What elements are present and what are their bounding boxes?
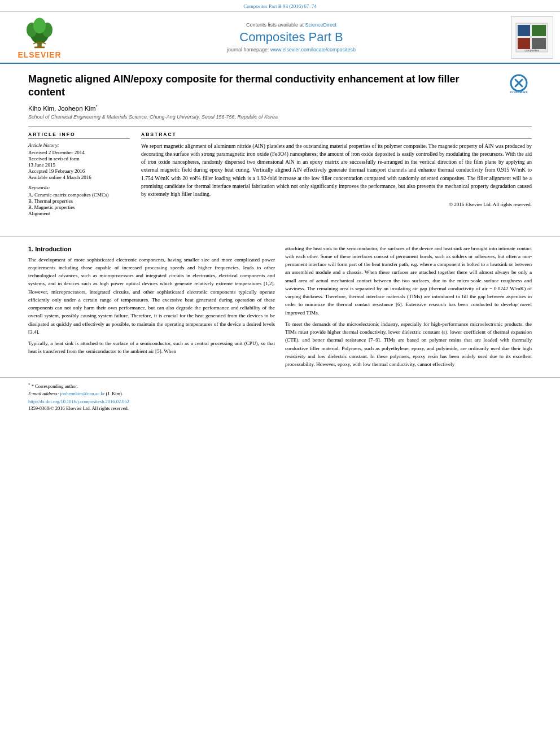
keyword-3: B. Magnetic properties: [28, 204, 130, 210]
elsevier-tree-icon: [17, 15, 62, 49]
article-footer: * * Corresponding author. E-mail address…: [0, 377, 560, 414]
footer-email-label: E-mail address:: [28, 391, 59, 396]
history-revised-date: 13 June 2015: [28, 162, 130, 168]
article-content: Magnetic aligned AlN/epoxy composite for…: [0, 64, 560, 228]
content-divider: [0, 236, 560, 237]
crossmark-badge-icon[interactable]: CrossMark: [506, 73, 532, 98]
body-left-column: 1. Introduction The development of more …: [28, 244, 275, 372]
composites-journal-logo: composites: [511, 16, 553, 59]
history-online: Available online 4 March 2016: [28, 174, 130, 180]
authors-line: Kiho Kim, Jooheon Kim*: [28, 104, 532, 112]
journal-logo-right: composites: [509, 15, 554, 59]
body-columns: 1. Introduction The development of more …: [0, 244, 560, 372]
intro-paragraph-1: The development of more sophisticated el…: [28, 256, 275, 337]
intro-paragraph-3: attaching the heat sink to the semicondu…: [285, 244, 532, 317]
svg-text:composites: composites: [524, 49, 539, 52]
elsevier-brand-text: ELSEVIER: [18, 50, 61, 59]
homepage-link[interactable]: www.elsevier.com/locate/compositesb: [270, 47, 356, 53]
journal-homepage-line: journal homepage: www.elsevier.com/locat…: [227, 47, 356, 53]
article-info-section: ARTICLE INFO Article history: Received 2…: [28, 132, 130, 217]
abstract-section: ABSTRACT We report magnetic alignment of…: [141, 132, 532, 217]
journal-header-center: Contents lists available at ScienceDirec…: [79, 15, 504, 59]
keyword-4: Alignment: [28, 211, 130, 216]
history-title: Article history:: [28, 142, 130, 148]
footer-email-line: E-mail address: jooheonkim@cau.ac.kr (J.…: [28, 391, 532, 396]
journal-top-bar: Composites Part B 93 (2016) 67–74: [0, 0, 560, 12]
keyword-1: A. Ceramic-matrix composites (CMCs): [28, 192, 130, 198]
svg-rect-6: [34, 46, 45, 48]
article-info-row: ARTICLE INFO Article history: Received 2…: [28, 126, 532, 217]
keywords-label: Keywords:: [28, 185, 130, 190]
svg-text:CrossMark: CrossMark: [510, 90, 528, 94]
svg-point-4: [33, 18, 46, 34]
copyright-text: © 2016 Elsevier Ltd. All rights reserved…: [141, 202, 532, 207]
article-info-label: ARTICLE INFO: [28, 132, 130, 139]
intro-heading: 1. Introduction: [28, 246, 275, 252]
history-received: Received 2 December 2014: [28, 150, 130, 155]
svg-rect-9: [532, 25, 546, 36]
footer-issn: 1359-8368/© 2016 Elsevier Ltd. All right…: [28, 405, 532, 411]
footer-corresponding-note: * * Corresponding author.: [28, 382, 532, 389]
journal-ref-text: Composites Part B 93 (2016) 67–74: [243, 3, 317, 9]
sciencedirect-link[interactable]: ScienceDirect: [305, 22, 337, 28]
affiliation-text: School of Chemical Engineering & Materia…: [28, 114, 532, 120]
history-revised-label: Received in revised form: [28, 156, 130, 161]
footer-doi[interactable]: http://dx.doi.org/10.1016/j.compositesb.…: [28, 399, 532, 404]
article-title-text: Magnetic aligned AlN/epoxy composite for…: [28, 73, 459, 98]
svg-rect-10: [518, 38, 530, 49]
svg-rect-8: [518, 25, 530, 36]
footer-email-suffix: (J. Kim).: [106, 391, 123, 396]
intro-paragraph-2: Typically, a heat sink is attached to th…: [28, 339, 275, 356]
body-right-column: attaching the heat sink to the semicondu…: [285, 244, 532, 372]
composites-logo-image: composites: [515, 22, 549, 53]
history-accepted: Accepted 19 February 2016: [28, 168, 130, 174]
footer-email-link[interactable]: jooheonkim@cau.ac.kr: [60, 391, 104, 396]
journal-header: ELSEVIER Contents lists available at Sci…: [0, 12, 560, 64]
journal-title: Composites Part B: [239, 30, 343, 45]
abstract-label: ABSTRACT: [141, 132, 532, 139]
keyword-2: B. Thermal properties: [28, 198, 130, 204]
article-title-block: Magnetic aligned AlN/epoxy composite for…: [28, 73, 532, 99]
elsevier-logo: ELSEVIER: [17, 15, 62, 59]
abstract-text: We report magnetic alignment of aluminum…: [141, 142, 532, 199]
sciencedirect-line: Contents lists available at ScienceDirec…: [246, 22, 336, 28]
authors-text: Kiho Kim, Jooheon Kim*: [28, 105, 98, 112]
intro-paragraph-4: To meet the demands of the microelectron…: [285, 320, 532, 369]
elsevier-logo-section: ELSEVIER: [6, 15, 73, 59]
svg-rect-11: [532, 38, 546, 49]
